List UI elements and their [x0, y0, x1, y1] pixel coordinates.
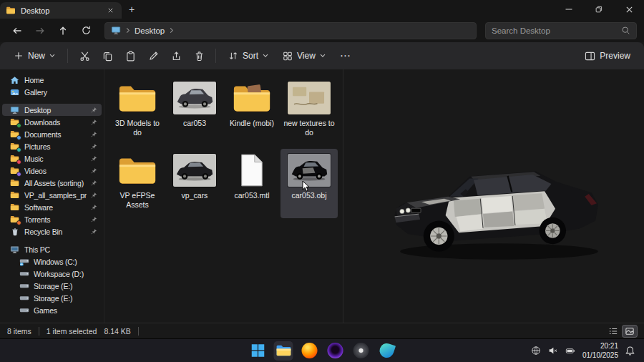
taskbar-app-icon-teal[interactable]: [377, 341, 396, 361]
battery-icon[interactable]: [565, 346, 576, 356]
sidebar-label: Downloads: [24, 118, 87, 127]
search-icon[interactable]: [621, 26, 630, 35]
sidebar-item-desktop[interactable]: Desktop: [2, 104, 102, 116]
taskbar-center-icons: [248, 341, 396, 361]
file-tile-car053-obj[interactable]: car053.obj: [280, 149, 338, 218]
sidebar-item-this-pc[interactable]: This PC: [2, 243, 102, 255]
view-icon: [283, 51, 293, 61]
gallery-icon: [9, 87, 20, 97]
car-thumbnail-icon: [173, 152, 216, 189]
sort-button[interactable]: Sort: [222, 45, 275, 67]
sidebar-item-all-assets[interactable]: All Assets (sorting): [2, 177, 102, 189]
pin-icon: [91, 131, 97, 137]
taskbar-clock[interactable]: 20:21 01/10/2025: [582, 341, 618, 360]
tab-close-icon[interactable]: [104, 5, 116, 16]
notification-bell-icon[interactable]: [625, 346, 635, 356]
more-options-button[interactable]: ⋯: [333, 45, 358, 67]
file-name: new textures to do: [282, 119, 336, 137]
sidebar-item-pictures[interactable]: Pictures: [2, 140, 102, 152]
chevron-down-icon: [320, 54, 326, 58]
drive-icon: [19, 257, 29, 267]
sidebar-item-home[interactable]: Home: [2, 74, 102, 86]
sidebar-item-storage-e1[interactable]: Storage (E:): [2, 280, 102, 292]
sidebar-item-workspace-d[interactable]: Workspace (D:): [2, 268, 102, 280]
texture-thumbnail-icon: [288, 79, 331, 117]
sidebar-item-videos[interactable]: Videos: [2, 165, 102, 177]
pin-icon: [91, 107, 97, 113]
file-name: 3D Models to do: [110, 119, 165, 137]
videos-icon: [9, 166, 20, 176]
maximize-restore-button[interactable]: [584, 0, 614, 19]
network-icon[interactable]: [531, 346, 541, 356]
file-tile-car053-mtl[interactable]: car053.mtl: [223, 149, 280, 218]
sidebar-item-software[interactable]: Software: [2, 201, 102, 213]
new-tab-button[interactable]: +: [122, 0, 142, 19]
document-file-icon: [238, 152, 265, 189]
start-button[interactable]: [248, 341, 268, 361]
sidebar-item-games[interactable]: Games: [2, 304, 102, 316]
preview-toggle-button[interactable]: Preview: [578, 45, 637, 67]
titlebar: Desktop +: [0, 0, 644, 19]
paste-button[interactable]: [119, 45, 141, 67]
folder-icon: [9, 190, 20, 200]
details-view-toggle[interactable]: [606, 326, 620, 337]
sidebar-item-music[interactable]: Music: [2, 152, 102, 165]
sidebar-item-torrents[interactable]: Torrents: [2, 213, 102, 225]
thumbnail-view-toggle[interactable]: [623, 326, 637, 337]
sidebar-item-vp-all-samples-presets[interactable]: VP_all_samples_presets: [2, 189, 102, 201]
search-input[interactable]: [492, 26, 617, 35]
sidebar-item-downloads[interactable]: Downloads: [2, 116, 102, 128]
breadcrumb-chevron-icon[interactable]: [169, 27, 174, 34]
volume-muted-icon[interactable]: [547, 346, 558, 356]
content-area: Home Gallery Desktop Downloads Documents: [0, 69, 644, 323]
downloads-icon: [9, 117, 20, 127]
item-count: 8 items: [7, 327, 31, 336]
file-tile-vp-efpse-assets[interactable]: VP eFPSe Assets: [109, 149, 166, 218]
file-tile-vp-cars[interactable]: vp_cars: [166, 149, 223, 218]
forward-button[interactable]: [30, 21, 50, 40]
drive-icon: [19, 293, 29, 303]
pin-icon: [91, 228, 97, 235]
file-tile-new-textures-to-do[interactable]: new textures to do: [280, 77, 338, 146]
up-button[interactable]: [53, 21, 73, 40]
sidebar-item-storage-e2[interactable]: Storage (E:): [2, 292, 102, 304]
explorer-tab-desktop[interactable]: Desktop: [0, 2, 122, 19]
taskbar-app-icon-gray[interactable]: [351, 341, 371, 361]
pin-icon: [91, 167, 97, 174]
status-bar: 8 items 1 item selected 8.14 KB: [0, 323, 644, 338]
address-bar[interactable]: Desktop: [104, 22, 477, 39]
new-button[interactable]: New: [7, 45, 62, 67]
pin-icon: [91, 143, 97, 150]
file-name: vp_cars: [182, 191, 208, 200]
file-tile-kindle-mobi[interactable]: Kindle (mobi): [223, 77, 280, 146]
file-name: Kindle (mobi): [230, 119, 274, 128]
navigation-sidebar: Home Gallery Desktop Downloads Documents: [0, 69, 104, 323]
sidebar-item-recycle-bin[interactable]: Recycle Bin: [2, 225, 102, 238]
view-button[interactable]: View: [276, 45, 332, 67]
copy-button[interactable]: [97, 45, 118, 67]
file-tile-3d-models-to-do[interactable]: 3D Models to do: [109, 77, 166, 146]
taskbar-firefox-icon[interactable]: [300, 341, 319, 361]
sidebar-label: Workspace (D:): [34, 270, 97, 278]
minimize-button[interactable]: [554, 0, 584, 19]
close-button[interactable]: [614, 0, 644, 19]
breadcrumb-desktop[interactable]: Desktop: [135, 26, 165, 35]
file-tile-car053-folder[interactable]: car053: [166, 77, 223, 146]
rename-button[interactable]: [142, 45, 164, 67]
refresh-button[interactable]: [76, 21, 96, 40]
back-button[interactable]: [7, 21, 27, 40]
desktop-icon: [9, 105, 20, 115]
this-pc-icon: [9, 245, 20, 255]
taskbar-file-explorer-icon[interactable]: [274, 341, 293, 361]
sidebar-label: Windows (C:): [34, 258, 97, 266]
mouse-cursor: [302, 180, 311, 192]
car-thumbnail-icon: [173, 79, 216, 117]
sidebar-item-documents[interactable]: Documents: [2, 128, 102, 140]
sidebar-item-windows-c[interactable]: Windows (C:): [2, 255, 102, 268]
delete-button[interactable]: [188, 45, 210, 67]
search-box[interactable]: [485, 22, 637, 39]
sidebar-item-gallery[interactable]: Gallery: [2, 86, 102, 98]
share-button[interactable]: [165, 45, 187, 67]
cut-button[interactable]: [74, 45, 95, 67]
taskbar-app-icon-purple[interactable]: [326, 341, 345, 361]
